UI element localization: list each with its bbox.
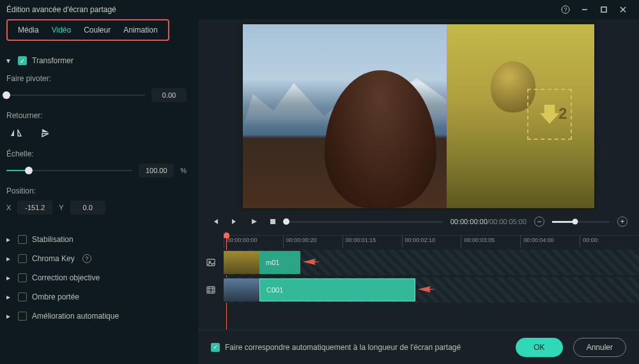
ok-button[interactable]: OK [516,338,562,357]
position-label: Position: [6,186,187,195]
ruler-mark: 00:00:00:00 [224,236,283,248]
zoom-in-button[interactable]: + [617,216,627,227]
step-back-button[interactable] [210,216,221,227]
tab-video[interactable]: Vidéo [45,23,77,37]
svg-text:?: ? [564,6,567,13]
chevron-right-icon[interactable]: ▸ [6,273,13,282]
ombre-label: Ombre portée [32,292,79,301]
preview: 2 [198,19,639,211]
rotate-value[interactable]: 0.00 [151,88,187,102]
ruler-mark: 00:00:00:20 [283,236,343,248]
chevron-right-icon[interactable]: ▸ [6,312,13,321]
window-title: Édition avancée d'écran partagé [6,5,556,14]
playback-bar: 00:00:00:00/00:00:05:00 − + [198,211,639,232]
x-axis-label: X [6,204,11,211]
clip-label: C001 [266,286,283,294]
flip-horizontal-icon[interactable] [6,125,26,140]
y-axis-label: Y [59,204,63,211]
auto-checkbox[interactable] [18,312,27,321]
titlebar: Édition avancée d'écran partagé ? [0,0,639,19]
match-length-label: Faire correspondre automatiquement à la … [225,343,461,352]
preview-left-clip[interactable] [243,24,447,208]
playback-slider[interactable] [286,221,443,223]
ruler-mark: 00:00:04:00 [520,236,580,248]
ombre-checkbox[interactable] [18,292,27,301]
timeline: 00:00:00:00 00:00:00:20 00:00:01:15 00:0… [198,232,639,330]
auto-label: Amélioration automatique [32,312,119,321]
video-track-icon[interactable] [198,285,224,295]
y-value[interactable]: 0.0 [70,201,105,215]
chevron-right-icon[interactable]: ▸ [6,235,13,244]
chevron-right-icon[interactable]: ▸ [6,254,13,263]
clip-m01[interactable]: m01 [224,251,300,274]
clip-label: m01 [266,259,279,266]
play-button[interactable] [248,216,259,227]
timeline-ruler[interactable]: 00:00:00:00 00:00:00:20 00:00:01:15 00:0… [224,235,639,248]
tab-highlight-box: Média Vidéo Couleur Animation [6,19,169,41]
ruler-mark: 00:00: [580,236,639,248]
scale-unit: % [180,167,187,174]
step-forward-button[interactable] [229,216,240,227]
svg-rect-9 [207,287,215,293]
tab-color[interactable]: Couleur [77,23,117,37]
svg-rect-3 [601,7,606,12]
chroma-label: Chroma Key [32,254,75,263]
ruler-mark: 00:00:03:05 [461,236,520,248]
cancel-button[interactable]: Annuler [573,338,626,357]
tab-animation[interactable]: Animation [117,23,164,37]
flip-label: Retourner: [6,111,187,120]
zoom-out-button[interactable]: − [534,216,544,227]
arrow-indicator-icon [303,257,321,266]
footer: ✓ Faire correspondre automatiquement à l… [198,330,639,364]
correction-label: Correction objective [32,273,100,282]
match-length-checkbox[interactable]: ✓ [211,343,220,352]
ruler-mark: 00:00:02:10 [402,236,461,248]
download-arrow-icon: 2 [527,89,572,140]
x-value[interactable]: -151.2 [17,201,52,215]
maximize-icon[interactable] [594,0,613,19]
arrow-indicator-icon [418,285,436,294]
preview-right-clip[interactable]: 2 [447,24,594,208]
rotate-slider[interactable] [6,95,145,96]
close-icon[interactable] [613,0,633,19]
stabilisation-label: Stabilisation [32,235,73,244]
help-icon[interactable]: ? [82,254,91,263]
track-2: C001 [198,277,639,303]
svg-rect-6 [270,219,275,224]
tab-media[interactable]: Média [12,23,45,37]
arrow-number: 2 [558,105,567,123]
scale-value[interactable]: 100.00 [139,163,174,178]
stop-button[interactable] [267,216,279,227]
track-1: m01 [198,250,639,275]
flip-vertical-icon[interactable] [37,125,56,140]
transform-checkbox[interactable]: ✓ [18,56,27,65]
help-icon[interactable]: ? [556,0,575,19]
scale-label: Échelle: [6,149,187,158]
transform-label: Transformer [32,56,73,65]
rotate-label: Faire pivoter: [6,74,187,83]
correction-checkbox[interactable] [18,273,27,282]
chroma-checkbox[interactable] [18,254,27,263]
zoom-slider[interactable] [552,221,610,223]
image-track-icon[interactable] [198,257,224,268]
chevron-down-icon[interactable]: ▾ [6,56,13,65]
minimize-icon[interactable] [575,0,594,19]
stabilisation-checkbox[interactable] [18,235,27,244]
ruler-mark: 00:00:01:15 [343,236,402,248]
timecode: 00:00:00:00/00:00:05:00 [450,218,527,225]
content-area: 2 00:00:00:00/00:00:05:00 − + 00:00:00:0… [198,19,639,364]
clip-c001[interactable]: C001 [224,278,415,301]
scale-slider[interactable] [6,170,132,171]
sidebar: Média Vidéo Couleur Animation ▾ ✓ Transf… [0,19,198,364]
chevron-right-icon[interactable]: ▸ [6,292,13,301]
